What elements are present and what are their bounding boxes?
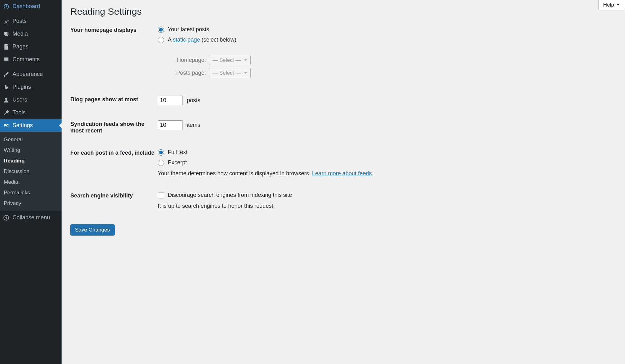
checkbox-discourage[interactable]: Discourage search engines from indexing … xyxy=(158,192,616,198)
posts-page-select-label: Posts page: xyxy=(165,70,206,76)
submenu-privacy[interactable]: Privacy xyxy=(0,198,62,209)
homepage-select[interactable]: — Select — xyxy=(209,55,251,65)
sidebar-item-label: Users xyxy=(12,97,27,103)
posts-page-select-row: Posts page: — Select — xyxy=(165,68,616,78)
row-label: Blog pages show at most xyxy=(70,96,158,103)
radio-static-page[interactable]: A static page (select below) xyxy=(158,37,616,43)
row-blog-pages: Blog pages show at most posts xyxy=(70,96,616,105)
comment-icon xyxy=(3,57,9,63)
save-changes-button[interactable]: Save Changes xyxy=(70,224,115,236)
collapse-menu[interactable]: Collapse menu xyxy=(0,211,62,224)
dashboard-icon xyxy=(3,3,9,10)
admin-sidebar: Dashboard Posts Media Pages Comments App… xyxy=(0,0,62,364)
input-suffix: items xyxy=(187,122,200,128)
blog-pages-input[interactable] xyxy=(158,96,183,105)
help-label: Help xyxy=(603,2,614,8)
page-icon xyxy=(3,44,9,50)
sidebar-item-label: Plugins xyxy=(12,84,31,90)
caret-down-icon xyxy=(616,3,620,7)
sidebar-item-label: Comments xyxy=(12,56,40,63)
sidebar-item-plugins[interactable]: Plugins xyxy=(0,81,62,93)
radio-latest-posts[interactable]: Your latest posts xyxy=(158,26,616,33)
row-label: For each post in a feed, include xyxy=(70,149,158,156)
sidebar-item-tools[interactable]: Tools xyxy=(0,106,62,119)
radio-full-text-input[interactable] xyxy=(158,149,164,156)
sidebar-item-users[interactable]: Users xyxy=(0,93,62,106)
submenu-reading[interactable]: Reading xyxy=(0,156,62,166)
learn-more-feeds-link[interactable]: Learn more about feeds xyxy=(312,170,372,177)
row-feed-include: For each post in a feed, include Full te… xyxy=(70,149,616,177)
posts-page-select[interactable]: — Select — xyxy=(209,68,251,78)
radio-static-page-input[interactable] xyxy=(158,37,164,43)
sidebar-item-label: Tools xyxy=(12,109,26,116)
pin-icon xyxy=(3,18,9,24)
sidebar-item-label: Dashboard xyxy=(12,3,40,10)
submenu-writing[interactable]: Writing xyxy=(0,145,62,156)
sidebar-item-label: Posts xyxy=(12,18,27,24)
collapse-icon xyxy=(3,215,9,221)
brush-icon xyxy=(3,71,9,77)
sidebar-item-appearance[interactable]: Appearance xyxy=(0,68,62,81)
main-content: Help Reading Settings Your homepage disp… xyxy=(62,0,625,364)
static-page-link[interactable]: static page xyxy=(173,37,200,43)
sidebar-item-media[interactable]: Media xyxy=(0,27,62,40)
homepage-select-row: Homepage: — Select — xyxy=(165,55,616,65)
radio-label: A static page (select below) xyxy=(168,37,236,43)
page-title: Reading Settings xyxy=(70,6,616,17)
wrench-icon xyxy=(3,110,9,116)
help-tab[interactable]: Help xyxy=(598,0,625,10)
radio-excerpt-input[interactable] xyxy=(158,160,164,166)
input-suffix: posts xyxy=(187,97,200,103)
radio-label: Your latest posts xyxy=(168,26,209,33)
feed-description: Your theme determines how content is dis… xyxy=(158,170,616,177)
submenu-media[interactable]: Media xyxy=(0,177,62,187)
sidebar-item-label: Appearance xyxy=(12,71,43,77)
collapse-label: Collapse menu xyxy=(12,214,50,221)
media-icon xyxy=(3,31,9,37)
syndication-input[interactable] xyxy=(158,120,183,130)
sidebar-item-label: Pages xyxy=(12,43,28,50)
sidebar-item-dashboard[interactable]: Dashboard xyxy=(0,0,62,13)
radio-label: Full text xyxy=(168,149,188,156)
row-syndication: Syndication feeds show the most recent i… xyxy=(70,120,616,134)
plug-icon xyxy=(3,84,9,90)
radio-excerpt[interactable]: Excerpt xyxy=(158,159,616,166)
sliders-icon xyxy=(3,122,9,129)
settings-submenu: General Writing Reading Discussion Media… xyxy=(0,132,62,211)
submenu-permalinks[interactable]: Permalinks xyxy=(0,187,62,198)
checkbox-label: Discourage search engines from indexing … xyxy=(168,192,292,198)
homepage-select-label: Homepage: xyxy=(165,57,206,63)
row-label: Your homepage displays xyxy=(70,26,158,33)
radio-latest-posts-input[interactable] xyxy=(158,27,164,33)
row-label: Search engine visibility xyxy=(70,192,158,199)
sidebar-item-label: Settings xyxy=(12,122,33,129)
submenu-discussion[interactable]: Discussion xyxy=(0,166,62,177)
row-label: Syndication feeds show the most recent xyxy=(70,120,158,134)
row-search-visibility: Search engine visibility Discourage sear… xyxy=(70,192,616,209)
radio-full-text[interactable]: Full text xyxy=(158,149,616,156)
sidebar-item-comments[interactable]: Comments xyxy=(0,53,62,66)
row-homepage-displays: Your homepage displays Your latest posts… xyxy=(70,26,616,81)
search-visibility-description: It is up to search engines to honor this… xyxy=(158,203,616,209)
submenu-general[interactable]: General xyxy=(0,134,62,145)
checkbox-discourage-input[interactable] xyxy=(158,192,164,198)
radio-label: Excerpt xyxy=(168,159,187,166)
sidebar-item-pages[interactable]: Pages xyxy=(0,40,62,53)
user-icon xyxy=(3,97,9,103)
sidebar-item-posts[interactable]: Posts xyxy=(0,15,62,27)
sidebar-item-settings[interactable]: Settings xyxy=(0,119,62,132)
sidebar-item-label: Media xyxy=(12,31,28,37)
